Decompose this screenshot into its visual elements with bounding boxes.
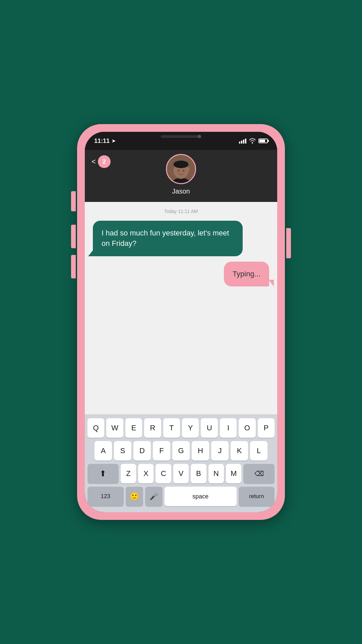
chat-header: < 2: [85, 150, 277, 202]
sent-message-text: Typing...: [233, 270, 260, 278]
battery-icon: [258, 139, 268, 143]
emoji-key[interactable]: 🙂: [126, 487, 143, 506]
contact-avatar[interactable]: [166, 154, 196, 184]
location-icon: ➤: [112, 138, 116, 144]
received-message-text: I had so much fun yesterday, let's meet …: [102, 229, 229, 248]
svg-point-4: [174, 161, 189, 168]
key-j[interactable]: J: [211, 441, 229, 461]
key-z[interactable]: Z: [121, 464, 136, 483]
key-c[interactable]: C: [156, 464, 171, 483]
key-p[interactable]: P: [258, 418, 275, 438]
microphone-key[interactable]: 🎤: [145, 487, 163, 506]
key-u[interactable]: U: [201, 418, 218, 438]
avatar-image: [167, 155, 195, 183]
svg-point-5: [178, 169, 180, 172]
key-m[interactable]: M: [226, 464, 241, 483]
key-l[interactable]: L: [250, 441, 267, 461]
notch: [154, 132, 208, 141]
key-h[interactable]: H: [192, 441, 209, 461]
return-key[interactable]: return: [239, 487, 275, 506]
key-i[interactable]: I: [220, 418, 237, 438]
key-y[interactable]: Y: [182, 418, 199, 438]
keyboard-row-3: ⬆ Z X C V B N M ⌫: [87, 464, 275, 483]
battery-fill: [259, 140, 265, 142]
key-q[interactable]: Q: [87, 418, 104, 438]
svg-point-6: [183, 169, 185, 172]
notch-pill: [161, 135, 201, 138]
chat-area: Today 11:11 AM I had so much fun yesterd…: [85, 202, 277, 414]
back-button[interactable]: < 2: [92, 155, 111, 168]
keyboard-row-2: A S D F G H J K L: [87, 441, 275, 461]
unread-badge: 2: [98, 155, 111, 168]
signal-icon: [239, 139, 246, 144]
sent-message-bubble[interactable]: Typing...: [224, 262, 269, 287]
power-button[interactable]: [286, 228, 291, 258]
key-x[interactable]: X: [138, 464, 154, 483]
phone-screen: 11:11 ➤: [85, 132, 277, 512]
svg-point-7: [185, 167, 190, 171]
volume-down-button[interactable]: [71, 255, 76, 278]
key-r[interactable]: R: [144, 418, 161, 438]
time-display: 11:11: [94, 138, 110, 145]
key-s[interactable]: S: [114, 441, 131, 461]
keyboard: Q W E R T Y U I O P A S D F G H J K: [85, 414, 277, 512]
notch-dot: [198, 135, 201, 138]
key-a[interactable]: A: [95, 441, 112, 461]
key-k[interactable]: K: [231, 441, 248, 461]
key-f[interactable]: F: [153, 441, 170, 461]
delete-key[interactable]: ⌫: [243, 464, 275, 483]
back-chevron-icon: <: [92, 158, 96, 165]
contact-name: Jason: [172, 187, 190, 195]
key-v[interactable]: V: [173, 464, 189, 483]
key-o[interactable]: O: [239, 418, 255, 438]
keyboard-row-4: 123 🙂 🎤 space return: [87, 487, 275, 506]
status-time: 11:11 ➤: [94, 138, 116, 145]
space-key[interactable]: space: [165, 487, 237, 506]
key-g[interactable]: G: [172, 441, 190, 461]
key-n[interactable]: N: [208, 464, 224, 483]
key-e[interactable]: E: [125, 418, 142, 438]
key-t[interactable]: T: [163, 418, 180, 438]
numbers-key[interactable]: 123: [87, 487, 124, 506]
phone-frame: 11:11 ➤: [77, 124, 285, 520]
shift-key[interactable]: ⬆: [87, 464, 119, 483]
key-b[interactable]: B: [191, 464, 206, 483]
status-icons: [239, 138, 268, 144]
key-w[interactable]: W: [106, 418, 123, 438]
key-d[interactable]: D: [133, 441, 151, 461]
keyboard-row-1: Q W E R T Y U I O P: [87, 418, 275, 438]
wifi-icon: [249, 138, 256, 144]
received-message-bubble: I had so much fun yesterday, let's meet …: [93, 221, 243, 256]
volume-up-button[interactable]: [71, 225, 76, 248]
message-timestamp: Today 11:11 AM: [93, 209, 269, 214]
